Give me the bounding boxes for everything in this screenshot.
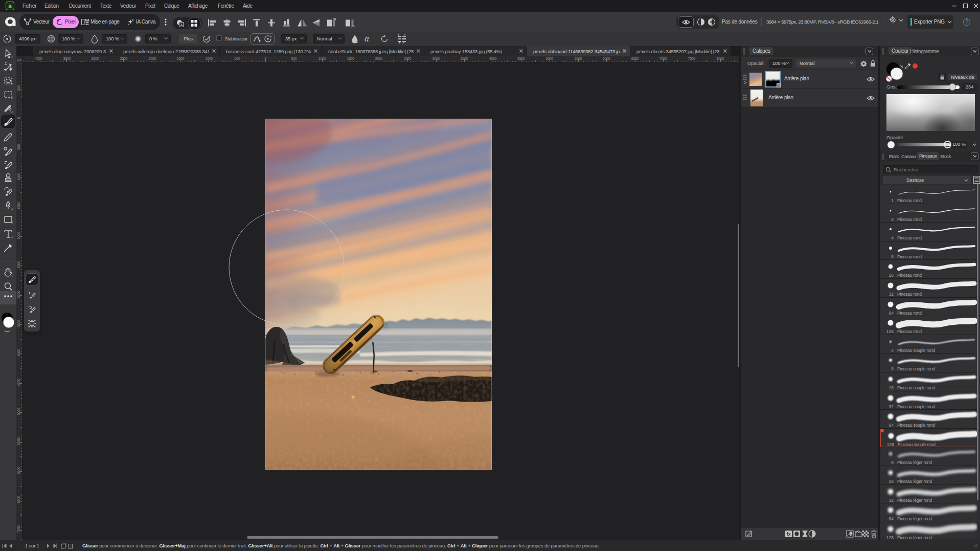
- svg-text:a: a: [8, 3, 12, 10]
- svg-text:fx: fx: [786, 532, 790, 537]
- svg-text:A: A: [180, 23, 183, 27]
